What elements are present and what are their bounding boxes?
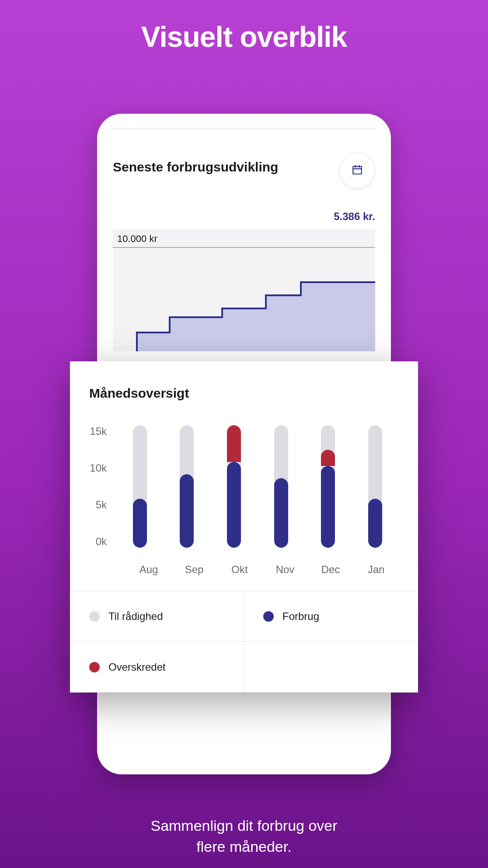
bar-chart-yaxis: 15k 10k 5k 0k (89, 425, 116, 548)
bar[interactable] (368, 425, 382, 548)
legend-dot-grey (89, 611, 100, 622)
legend-item-exceeded: Overskredet (70, 642, 244, 693)
legend: Til rådighed Forbrug Overskredet (70, 591, 418, 693)
bar[interactable] (321, 425, 335, 548)
legend-dot-blue (263, 611, 274, 622)
bar-chart-xaxis: AugSepOktNovDecJan (126, 564, 399, 576)
calendar-button[interactable] (339, 153, 375, 189)
ytick: 15k (89, 425, 107, 438)
calendar-icon (352, 164, 363, 177)
bar[interactable] (227, 425, 241, 548)
promo-subtitle: Sammenlign dit forbrug over flere månede… (0, 816, 488, 857)
xtick: Nov (262, 564, 308, 576)
legend-item-usage: Forbrug (244, 591, 418, 642)
step-chart: 10.000 kr (113, 229, 375, 351)
xtick: Sep (171, 564, 217, 576)
ytick: 10k (89, 462, 107, 474)
svg-rect-0 (353, 166, 362, 174)
monthly-overview-title: Månedsoversigt (89, 386, 399, 401)
bar-chart (116, 425, 399, 548)
legend-item-available: Til rådighed (70, 591, 244, 642)
monthly-overview-card: Månedsoversigt 15k 10k 5k 0k AugSepOktNo… (70, 361, 418, 693)
legend-label: Til rådighed (108, 610, 163, 623)
spending-card-title: Seneste forbrugsudvikling (113, 160, 278, 175)
legend-label: Overskredet (108, 661, 166, 673)
divider (113, 129, 375, 129)
xtick: Okt (217, 564, 262, 576)
bar[interactable] (180, 425, 194, 548)
ytick: 5k (89, 499, 107, 511)
bar[interactable] (274, 425, 288, 548)
bar[interactable] (133, 425, 147, 548)
xtick: Aug (126, 564, 171, 576)
step-chart-ymax-label: 10.000 kr (117, 233, 157, 245)
legend-dot-red (89, 662, 100, 672)
step-chart-svg (113, 247, 375, 351)
xtick: Jan (353, 564, 399, 576)
xtick: Dec (308, 564, 353, 576)
promo-title: Visuelt overblik (0, 20, 488, 53)
legend-item-empty (244, 642, 418, 693)
legend-label: Forbrug (282, 610, 319, 623)
current-amount: 5.386 kr. (113, 210, 375, 223)
ytick: 0k (89, 536, 107, 548)
